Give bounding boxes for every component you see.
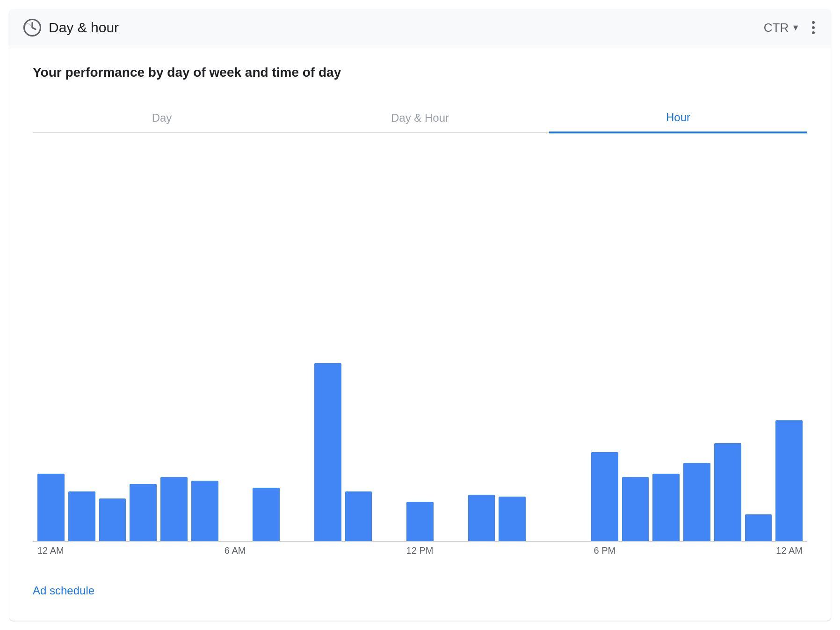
- bar-2am: [99, 498, 126, 541]
- bar-2pm: [468, 495, 495, 541]
- dot-2: [812, 26, 815, 29]
- tabs-container: Day Day & Hour Hour: [33, 103, 807, 133]
- x-label-6pm: 6 PM: [594, 545, 616, 556]
- chart-area: 12 AM 6 AM 12 PM 6 PM 12 AM: [33, 133, 807, 556]
- bar-7am: [253, 488, 280, 541]
- subtitle: Your performance by day of week and time…: [33, 65, 807, 80]
- bar-7pm: [622, 477, 649, 541]
- card-header: Day & hour CTR ▼: [9, 9, 831, 46]
- bar-3am: [130, 484, 157, 541]
- x-label-12pm: 12 PM: [406, 545, 434, 556]
- bars-wrapper: [33, 152, 807, 541]
- card-body: Your performance by day of week and time…: [9, 46, 831, 621]
- ctr-dropdown[interactable]: CTR ▼: [764, 21, 800, 35]
- bar-5am: [191, 481, 218, 541]
- bar-12am: [37, 474, 65, 541]
- dot-3: [812, 31, 815, 34]
- bar-4am: [160, 477, 188, 541]
- dropdown-arrow-icon: ▼: [791, 23, 800, 33]
- bar-9pm: [683, 463, 710, 541]
- x-label-6am: 6 AM: [224, 545, 246, 556]
- x-label-12am: 12 AM: [37, 545, 64, 556]
- bar-12pm: [406, 502, 434, 541]
- header-right: CTR ▼: [764, 18, 818, 37]
- bar-chart: 12 AM 6 AM 12 PM 6 PM 12 AM: [33, 152, 807, 556]
- ad-schedule-link[interactable]: Ad schedule: [33, 584, 807, 597]
- more-menu-button[interactable]: [809, 18, 818, 37]
- clock-icon: [22, 18, 42, 37]
- dot-1: [812, 21, 815, 24]
- tab-day[interactable]: Day: [33, 104, 291, 133]
- tab-hour[interactable]: Hour: [549, 103, 807, 133]
- card-title: Day & hour: [49, 20, 119, 36]
- tab-day-hour[interactable]: Day & Hour: [291, 104, 549, 133]
- bar-10am: [345, 491, 372, 541]
- bar-6pm: [591, 452, 618, 541]
- header-left: Day & hour: [22, 18, 119, 37]
- bar-12am2: [775, 420, 803, 541]
- bar-10pm: [714, 443, 741, 541]
- bar-11pm: [745, 514, 772, 541]
- bar-9am: [314, 363, 341, 541]
- day-hour-card: Day & hour CTR ▼ Your performance by day…: [9, 9, 831, 621]
- ctr-label: CTR: [764, 21, 789, 35]
- x-label-12am-end: 12 AM: [776, 545, 803, 556]
- bar-1am: [68, 491, 95, 541]
- bar-8pm: [652, 474, 680, 541]
- bar-3pm: [499, 497, 526, 541]
- x-axis: 12 AM 6 AM 12 PM 6 PM 12 AM: [33, 541, 807, 556]
